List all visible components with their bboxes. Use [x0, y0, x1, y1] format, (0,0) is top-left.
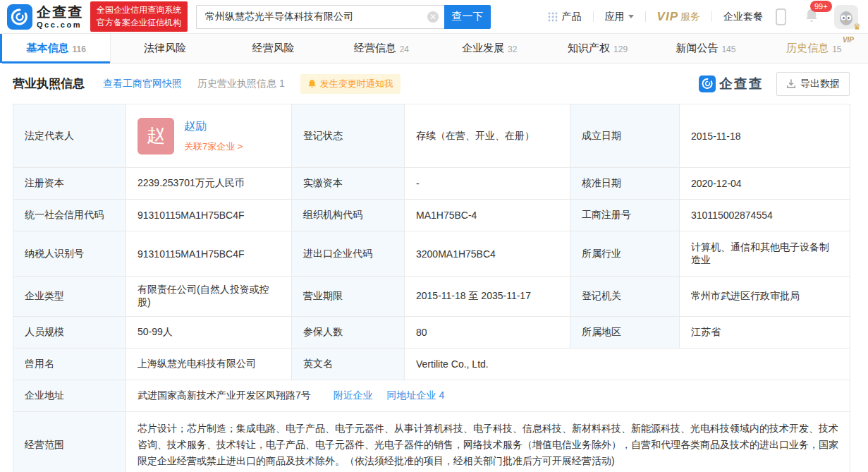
tab-basic-info[interactable]: 基本信息 116: [0, 34, 111, 63]
field-label: 参保人数: [292, 317, 405, 349]
history-license-link[interactable]: 历史营业执照信息 1: [197, 78, 285, 90]
certification-line1: 全国企业信用查询系统: [97, 4, 181, 16]
nearby-companies-link[interactable]: 附近企业: [334, 389, 373, 401]
field-value: 2015-11-18: [680, 104, 850, 168]
download-icon: [786, 79, 796, 89]
tab-legal-risk[interactable]: 法律风险: [111, 34, 219, 63]
change-notify-button[interactable]: 发生变更时通知我: [300, 74, 401, 94]
notifications-bell[interactable]: 99+: [805, 8, 819, 26]
field-label: 所属地区: [570, 317, 680, 349]
field-label: 成立日期: [570, 104, 680, 168]
tab-bar: 基本信息 116 法律风险 经营风险 经营信息 24 企业发展 32 知识产权 …: [0, 34, 868, 63]
crown-icon: ♛: [853, 22, 861, 32]
section-title: 营业执照信息: [13, 75, 85, 92]
mobile-app-icon[interactable]: [776, 8, 786, 25]
divider: [593, 11, 594, 22]
top-nav: 产品 应用 VIP 服务 企业套餐 99+: [548, 5, 858, 29]
business-license-table: 法定代表人 赵 赵励 关联7家企业 > 登记状态 存续（在营、开业、在册） 成立…: [13, 104, 850, 472]
field-label: 组织机构代码: [292, 200, 405, 231]
notification-count-badge: 99+: [810, 1, 832, 12]
tab-count: 24: [400, 44, 409, 54]
legal-rep-name-link[interactable]: 赵励: [184, 119, 243, 134]
watermark-logo-icon: [699, 75, 716, 92]
field-value: 有限责任公司(自然人投资或控股): [126, 277, 292, 317]
field-value: 江苏省: [680, 317, 850, 349]
tab-intellectual-property[interactable]: 知识产权 129: [544, 34, 652, 63]
legal-rep-avatar[interactable]: 赵: [137, 118, 174, 155]
bell-icon: [307, 79, 317, 89]
related-companies-link[interactable]: 关联7家企业 >: [184, 140, 243, 153]
search-box: ✕ 查一下: [196, 5, 491, 29]
field-value: 常州市武进区行政审批局: [680, 277, 850, 317]
nav-enterprise-package[interactable]: 企业套餐: [723, 11, 763, 23]
tab-label: 法律风险: [144, 42, 186, 55]
table-row-business-scope: 经营范围 芯片设计；芯片制造；集成电路、电子产品、电子元器件、从事计算机科技、电…: [13, 412, 850, 472]
table-row-address: 企业地址 武进国家高新技术产业开发区凤翔路7号 附近企业 同地址企业 4: [13, 380, 850, 412]
qcc-logo-icon: [7, 4, 32, 30]
field-value: 80: [405, 317, 570, 349]
tab-count: 116: [73, 44, 86, 54]
field-label: 曾用名: [13, 349, 126, 380]
business-snapshot-link[interactable]: 查看工商官网快照: [103, 78, 182, 90]
tab-operation-risk[interactable]: 经营风险: [219, 34, 327, 63]
nav-package-label: 企业套餐: [723, 11, 763, 23]
table-row-staff: 人员规模 50-99人 参保人数 80 所属地区 江苏省: [13, 317, 850, 349]
field-label: 法定代表人: [13, 104, 126, 168]
field-label: 纳税人识别号: [13, 231, 126, 277]
table-row-type: 企业类型 有限责任公司(自然人投资或控股) 营业期限 2015-11-18 至 …: [13, 277, 850, 317]
grid-icon: [548, 12, 558, 22]
field-label: 统一社会信用代码: [13, 200, 126, 231]
certification-line2: 官方备案企业征信机构: [97, 17, 181, 29]
export-data-button[interactable]: 导出数据: [776, 72, 850, 96]
search-button[interactable]: 查一下: [444, 5, 491, 29]
tab-operation-info[interactable]: 经营信息 24: [327, 34, 435, 63]
vip-logo: VIP: [657, 10, 678, 24]
section-actions: 企查查 导出数据: [699, 72, 850, 96]
export-data-label: 导出数据: [800, 78, 840, 90]
field-value: 91310115MA1H75BC4F: [126, 200, 292, 231]
qcc-logo-text: 企查查 Qcc.com: [37, 5, 83, 29]
field-value: 3200MA1H75BC4: [405, 231, 570, 277]
field-label: 注册资本: [13, 168, 126, 200]
certification-badge: 全国企业信用查询系统 官方备案企业征信机构: [90, 1, 188, 32]
tab-label: 历史信息: [786, 42, 829, 55]
brand-name: 企查查: [37, 5, 83, 19]
avatar-image: [837, 8, 855, 26]
tab-news[interactable]: 新闻公告 145: [652, 34, 759, 63]
nav-apps[interactable]: 应用: [605, 11, 634, 23]
field-value: -: [405, 168, 570, 200]
tab-count: 129: [613, 44, 628, 54]
field-label: 核准日期: [570, 168, 680, 200]
tab-count: 15: [832, 44, 841, 54]
field-label: 登记状态: [292, 104, 405, 168]
table-row-legal-rep: 法定代表人 赵 赵励 关联7家企业 > 登记状态 存续（在营、开业、在册） 成立…: [13, 104, 850, 168]
tab-label: 知识产权: [568, 42, 610, 55]
tab-count: 145: [721, 44, 735, 54]
tab-history-info[interactable]: 历史信息 15 VIP: [760, 34, 868, 63]
tab-company-development[interactable]: 企业发展 32: [436, 34, 544, 63]
nav-product[interactable]: 产品: [548, 11, 582, 23]
nav-vip-service[interactable]: VIP 服务: [657, 10, 700, 24]
qcc-logo[interactable]: 企查查 Qcc.com: [7, 4, 83, 30]
section-header: 营业执照信息 查看工商官网快照 历史营业执照信息 1 发生变更时通知我 企查查 …: [0, 63, 868, 104]
divider: [645, 11, 646, 22]
search-input[interactable]: [196, 5, 444, 29]
nav-apps-label: 应用: [605, 11, 625, 23]
same-address-companies-link[interactable]: 同地址企业 4: [387, 389, 445, 401]
search-clear-icon[interactable]: ✕: [427, 11, 439, 23]
company-address: 武进国家高新技术产业开发区凤翔路7号: [137, 389, 311, 401]
tab-count: 32: [508, 44, 517, 54]
table-row-codes: 统一社会信用代码 91310115MA1H75BC4F 组织机构代码 MA1H7…: [13, 200, 850, 231]
tab-label: 基本信息: [27, 42, 69, 55]
table-row-names: 曾用名 上海纵慧光电科技有限公司 英文名 Vertilite Co., Ltd.: [13, 349, 850, 380]
field-label: 营业期限: [292, 277, 405, 317]
field-value: 存续（在营、开业、在册）: [405, 104, 570, 168]
nav-vip-label: 服务: [680, 11, 700, 23]
user-avatar[interactable]: ♛: [834, 5, 858, 29]
brand-domain: Qcc.com: [37, 21, 83, 29]
field-value: 2020-12-04: [680, 168, 850, 200]
field-value: 计算机、通信和其他电子设备制造业: [680, 231, 850, 277]
nav-product-label: 产品: [562, 11, 582, 23]
field-value: Vertilite Co., Ltd.: [405, 349, 850, 380]
tab-label: 经营风险: [252, 42, 294, 55]
